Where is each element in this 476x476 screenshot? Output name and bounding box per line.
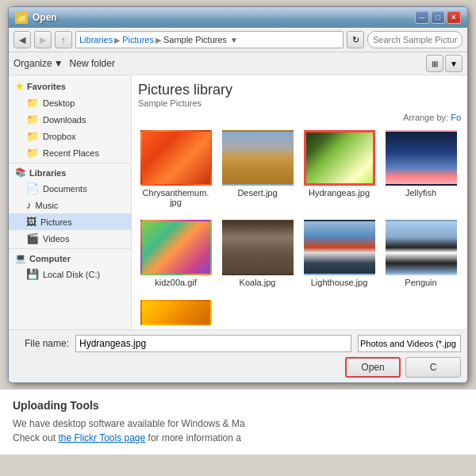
- music-icon: ♪: [26, 199, 32, 211]
- thumb-jellyfish-label: Jellyfish: [405, 188, 436, 198]
- file-lighthouse[interactable]: Lighthouse.jpg: [301, 217, 377, 290]
- view-toggle-button[interactable]: ⊞: [426, 55, 443, 72]
- pictures-icon: 🖼: [26, 216, 36, 228]
- thumb-koala-img: [222, 220, 294, 275]
- sidebar-item-videos[interactable]: 🎬 Videos: [9, 230, 131, 247]
- thumb-koala-label: Koala.jpg: [240, 278, 276, 287]
- thumb-lighthouse-img: [304, 220, 375, 275]
- sidebar-item-local-disk[interactable]: 💾 Local Disk (C:): [9, 266, 131, 282]
- address-dropdown-button[interactable]: ▼: [228, 36, 240, 44]
- sidebar-music-label: Music: [36, 201, 59, 210]
- open-button[interactable]: Open: [345, 357, 401, 378]
- back-button[interactable]: ◀: [13, 31, 31, 48]
- sidebar-divider-2: [9, 248, 131, 249]
- thumb-desert-label: Desert.jpg: [237, 188, 277, 198]
- star-icon: ★: [15, 81, 24, 92]
- filename-row: File name:: [15, 335, 461, 352]
- close-button[interactable]: ✕: [447, 11, 461, 24]
- up-button[interactable]: ↑: [55, 31, 72, 48]
- sidebar-item-music[interactable]: ♪ Music: [9, 197, 131, 213]
- thumb-sunflower-img: [140, 300, 212, 325]
- file-desert[interactable]: Desert.jpg: [220, 127, 295, 210]
- file-penguin[interactable]: Penguin: [383, 217, 459, 290]
- sidebar-group-computer: 💻 Computer 💾 Local Disk (C:): [9, 251, 131, 282]
- forward-button[interactable]: ▶: [34, 31, 52, 48]
- sidebar-item-recent-places[interactable]: 📁 Recent Places: [9, 144, 131, 161]
- thumb-chrysanthemum-img: [140, 130, 212, 186]
- search-input[interactable]: [367, 31, 463, 48]
- file-jellyfish[interactable]: Jellyfish: [383, 127, 459, 210]
- thumbnail-grid: Chrysanthemum.jpg Desert.jpg Hydrangeas.…: [138, 127, 461, 328]
- folder-icon: 📁: [26, 147, 39, 159]
- web-text-2: Check out: [13, 432, 58, 443]
- thumb-hydrangeas-label: Hydrangeas.jpg: [309, 188, 370, 198]
- sidebar-computer-label: Computer: [29, 254, 71, 263]
- library-title: Pictures library: [138, 82, 461, 98]
- dialog-title: Open: [33, 12, 57, 23]
- title-bar: 📁 Open ─ □ ✕: [9, 7, 467, 28]
- organize-chevron-icon: ▼: [54, 58, 63, 69]
- sidebar-item-pictures[interactable]: 🖼 Pictures: [9, 213, 131, 230]
- libraries-icon: 📚: [15, 167, 26, 178]
- file-chrysanthemum[interactable]: Chrysanthemum.jpg: [138, 127, 213, 210]
- thumb-hydrangeas-img: [304, 130, 375, 186]
- address-bar[interactable]: Libraries ▶ Pictures ▶ Sample Pictures ▼: [75, 31, 344, 48]
- minimize-button[interactable]: ─: [415, 11, 429, 24]
- sidebar-computer-header[interactable]: 💻 Computer: [9, 251, 131, 266]
- sidebar-recentplaces-label: Recent Places: [43, 148, 99, 158]
- documents-icon: 📄: [26, 182, 39, 194]
- file-grid-container: Pictures library Sample Pictures Arrange…: [132, 75, 467, 329]
- sidebar-libraries-label: Libraries: [29, 168, 66, 178]
- file-koala[interactable]: Koala.jpg: [220, 217, 295, 290]
- sidebar-item-dropbox[interactable]: 📁 Dropbox: [9, 128, 131, 144]
- thumb-penguin-img: [386, 220, 457, 275]
- library-header: Pictures library Sample Pictures: [138, 82, 461, 108]
- sep-1: ▶: [114, 36, 121, 44]
- cancel-button[interactable]: C: [405, 357, 461, 378]
- action-row: Open C: [15, 357, 461, 378]
- sidebar-pictures-label: Pictures: [40, 217, 72, 227]
- thumb-penguin-label: Penguin: [405, 278, 436, 287]
- folder-icon: 📁: [26, 97, 39, 109]
- sidebar-item-desktop[interactable]: 📁 Desktop: [9, 94, 131, 111]
- new-folder-button[interactable]: New folder: [70, 58, 115, 69]
- sidebar-group-favorites: ★ Favorites 📁 Desktop 📁 Downloads 📁 Drop…: [9, 79, 131, 161]
- thumb-lighthouse-label: Lighthouse.jpg: [311, 278, 368, 287]
- sidebar-videos-label: Videos: [43, 234, 69, 244]
- sidebar-item-documents[interactable]: 📄 Documents: [9, 180, 131, 197]
- address-toolbar: ◀ ▶ ↑ Libraries ▶ Pictures ▶ Sample Pict…: [9, 28, 467, 52]
- sidebar: ★ Favorites 📁 Desktop 📁 Downloads 📁 Drop…: [9, 75, 132, 329]
- web-text-3: for more information a: [145, 432, 241, 443]
- view-dropdown-button[interactable]: ▼: [445, 55, 463, 72]
- dialog-icon: 📁: [15, 11, 28, 24]
- sidebar-desktop-label: Desktop: [43, 98, 75, 108]
- file-kidz[interactable]: kidz00a.gif: [138, 217, 213, 290]
- library-subtitle: Sample Pictures: [138, 98, 461, 108]
- sep-2: ▶: [155, 36, 162, 44]
- web-body-text: We have desktop software available for W…: [13, 416, 463, 445]
- sidebar-item-downloads[interactable]: 📁 Downloads: [9, 111, 131, 128]
- sidebar-favorites-label: Favorites: [27, 82, 66, 91]
- web-title: Uploading Tools: [13, 399, 463, 412]
- arrange-label: Arrange by:: [403, 113, 448, 122]
- maximize-button[interactable]: □: [431, 11, 445, 24]
- refresh-button[interactable]: ↻: [347, 31, 364, 48]
- address-part-3: Sample Pictures: [163, 35, 227, 44]
- arrange-bar: Arrange by: Fo: [138, 113, 461, 122]
- sidebar-localdisk-label: Local Disk (C:): [43, 270, 100, 279]
- file-sunflower[interactable]: [138, 297, 213, 328]
- videos-icon: 🎬: [26, 232, 39, 244]
- thumb-chrysanthemum-label: Chrysanthemum.jpg: [143, 188, 209, 207]
- sidebar-favorites-header[interactable]: ★ Favorites: [9, 79, 131, 94]
- thumb-kidz-label: kidz00a.gif: [155, 278, 197, 287]
- thumb-desert-img: [222, 130, 294, 186]
- secondary-toolbar: Organize ▼ New folder ⊞ ▼: [9, 52, 467, 75]
- arrange-value[interactable]: Fo: [451, 113, 461, 122]
- filetype-dropdown[interactable]: [358, 335, 461, 352]
- sidebar-libraries-header[interactable]: 📚 Libraries: [9, 165, 131, 180]
- organize-button[interactable]: Organize ▼: [13, 58, 63, 69]
- folder-icon: 📁: [26, 113, 39, 125]
- filename-input[interactable]: [75, 335, 351, 352]
- file-hydrangeas[interactable]: Hydrangeas.jpg: [301, 127, 377, 210]
- flickr-tools-link[interactable]: the Flickr Tools page: [58, 432, 145, 443]
